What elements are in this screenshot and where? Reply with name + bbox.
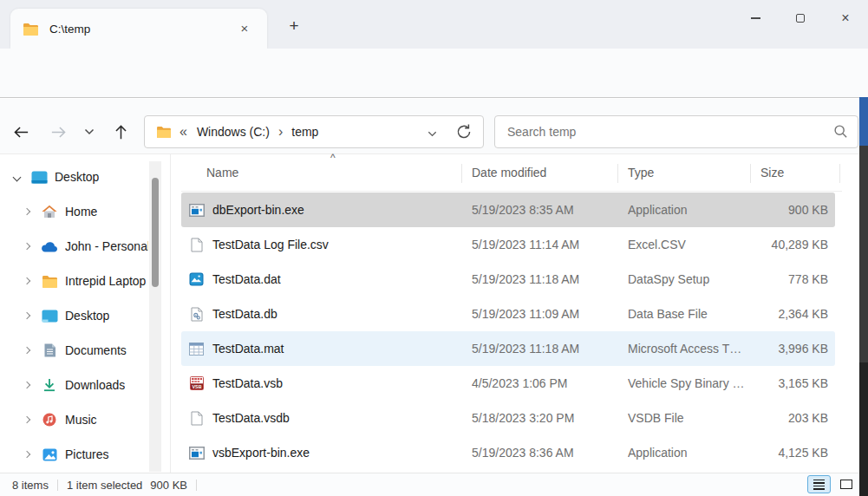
- expand-chevron-icon[interactable]: [21, 313, 33, 318]
- column-divider[interactable]: [461, 164, 462, 183]
- tab-close-icon[interactable]: ×: [234, 18, 255, 39]
- sidebar-scrollbar-thumb[interactable]: [152, 178, 159, 287]
- file-type: Microsoft Access T…: [628, 342, 750, 356]
- file-list-pane: ^ Name Date modified Type Size dbExport-…: [170, 154, 859, 473]
- column-divider[interactable]: [617, 164, 618, 183]
- file-type: Application: [628, 446, 750, 460]
- breadcrumb-separator-icon: ›: [278, 124, 283, 140]
- breadcrumb-root[interactable]: Windows (C:): [197, 125, 270, 139]
- music-icon: [40, 413, 59, 427]
- file-type: Vehicle Spy Binary …: [628, 376, 750, 390]
- file-row-testdata-dat[interactable]: TestData.dat 5/19/2023 11:18 AM DataSpy …: [181, 262, 835, 297]
- up-button[interactable]: [108, 119, 134, 145]
- file-date: 5/19/2023 8:36 AM: [472, 446, 628, 460]
- file-date: 4/5/2023 1:06 PM: [472, 376, 628, 390]
- column-divider[interactable]: [839, 164, 840, 183]
- search-box: [494, 115, 858, 148]
- search-input[interactable]: [507, 116, 819, 147]
- file-row-vsbexport-bin-exe[interactable]: vsbExport-bin.exe 5/19/2023 8:36 AM Appl…: [181, 435, 835, 470]
- exe-file-icon: [188, 204, 205, 217]
- file-size: 203 KB: [750, 411, 835, 425]
- expand-chevron-icon[interactable]: [21, 209, 33, 214]
- file-date: 5/19/2023 8:35 AM: [472, 203, 628, 217]
- sidebar-item-pictures[interactable]: Pictures: [0, 437, 170, 472]
- details-view-button[interactable]: [807, 475, 831, 493]
- breadcrumb-overflow-icon[interactable]: «: [179, 124, 187, 140]
- forward-arrow-icon: [49, 123, 68, 141]
- database-file-icon: [188, 307, 205, 322]
- minimize-icon: [751, 17, 760, 18]
- column-header-name[interactable]: Name: [206, 166, 238, 179]
- document-file-icon: [188, 411, 205, 426]
- background-window-edge: [859, 95, 868, 496]
- address-bar[interactable]: « Windows (C:) › temp: [144, 115, 484, 148]
- sidebar-item-label: Desktop: [65, 309, 109, 323]
- sort-ascending-icon: ^: [330, 152, 336, 164]
- address-dropdown-button[interactable]: [427, 128, 438, 140]
- breadcrumb-current[interactable]: temp: [291, 125, 318, 139]
- sidebar-item-documents[interactable]: Documents: [0, 333, 170, 368]
- column-header-type[interactable]: Type: [628, 166, 654, 179]
- file-row-testdata-vsb[interactable]: VSBTestData.vsb 4/5/2023 1:06 PM Vehicle…: [181, 366, 835, 401]
- items-count: 8 items: [12, 479, 49, 492]
- expand-chevron-icon[interactable]: [21, 417, 33, 422]
- desktop-icon: [29, 171, 49, 184]
- file-name: vsbExport-bin.exe: [212, 446, 310, 460]
- collapse-chevron-icon[interactable]: [10, 174, 23, 180]
- close-button[interactable]: ×: [823, 0, 868, 36]
- file-row-testdata-log-file-csv[interactable]: TestData Log File.csv 5/19/2023 11:14 AM…: [181, 227, 835, 262]
- forward-button[interactable]: [45, 119, 71, 145]
- sidebar-item-label: Desktop: [55, 170, 99, 184]
- table-file-icon: [188, 343, 205, 356]
- recent-locations-button[interactable]: [76, 119, 102, 145]
- file-type: DataSpy Setup: [628, 272, 750, 286]
- background-window-edge-blue: [859, 97, 868, 146]
- sidebar-item-intrepid-laptop[interactable]: Intrepid Laptop: [0, 264, 170, 298]
- back-button[interactable]: [8, 119, 34, 145]
- new-tab-button[interactable]: +: [283, 16, 305, 38]
- sidebar-item-desktop-root[interactable]: Desktop: [0, 160, 170, 194]
- column-header-size[interactable]: Size: [760, 166, 784, 179]
- file-type: Excel.CSV: [628, 238, 750, 251]
- chevron-down-icon: [427, 128, 438, 140]
- vsb-file-icon: VSB: [188, 376, 205, 390]
- explorer-tab[interactable]: C:\temp ×: [10, 9, 267, 49]
- large-icons-view-icon: [840, 480, 852, 489]
- sidebar-item-desktop[interactable]: Desktop: [0, 298, 170, 333]
- file-size: 3,165 KB: [750, 376, 835, 390]
- sidebar-item-label: Music: [65, 413, 97, 427]
- large-icons-view-button[interactable]: [834, 475, 858, 493]
- minimize-button[interactable]: [733, 0, 778, 36]
- file-date: 5/19/2023 11:09 AM: [472, 307, 628, 321]
- sidebar-item-label: Home: [65, 205, 97, 219]
- column-divider[interactable]: [750, 164, 751, 183]
- expand-chevron-icon[interactable]: [21, 278, 33, 284]
- sidebar-item-music[interactable]: Music: [0, 402, 170, 437]
- file-row-testdata-db[interactable]: TestData.db 5/19/2023 11:09 AM Data Base…: [181, 297, 835, 331]
- sidebar-item-onedrive[interactable]: John - Personal: [0, 229, 170, 264]
- onedrive-icon: [40, 241, 59, 252]
- maximize-button[interactable]: [778, 0, 823, 36]
- up-arrow-icon: [112, 123, 130, 141]
- expand-chevron-icon[interactable]: [21, 452, 33, 457]
- sidebar-item-downloads[interactable]: Downloads: [0, 368, 170, 402]
- refresh-button[interactable]: [455, 123, 473, 140]
- search-icon: [832, 123, 849, 140]
- file-row-dbexport-bin-exe[interactable]: dbExport-bin.exe 5/19/2023 8:35 AM Appli…: [181, 193, 835, 227]
- expand-chevron-icon[interactable]: [21, 348, 33, 353]
- column-header-date-modified[interactable]: Date modified: [472, 166, 546, 179]
- expand-chevron-icon[interactable]: [21, 382, 33, 388]
- sidebar-scrollbar[interactable]: [149, 161, 161, 472]
- file-type: VSDB File: [628, 411, 750, 425]
- file-row-testdata-vsdb[interactable]: TestData.vsdb 5/18/2023 3:20 PM VSDB Fil…: [181, 401, 835, 435]
- file-date: 5/19/2023 11:18 AM: [472, 272, 628, 286]
- folder-icon: [156, 126, 172, 138]
- refresh-icon: [455, 123, 473, 140]
- expand-chevron-icon[interactable]: [21, 244, 33, 249]
- file-row-testdata-mat[interactable]: TestData.mat 5/19/2023 11:18 AM Microsof…: [181, 331, 835, 366]
- document-file-icon: [188, 238, 205, 252]
- file-explorer-window: C:\temp × + × New: [0, 0, 868, 496]
- sidebar-item-home[interactable]: Home: [0, 194, 170, 229]
- chevron-down-icon: [83, 126, 95, 138]
- background-window-edge-dark: [859, 362, 868, 496]
